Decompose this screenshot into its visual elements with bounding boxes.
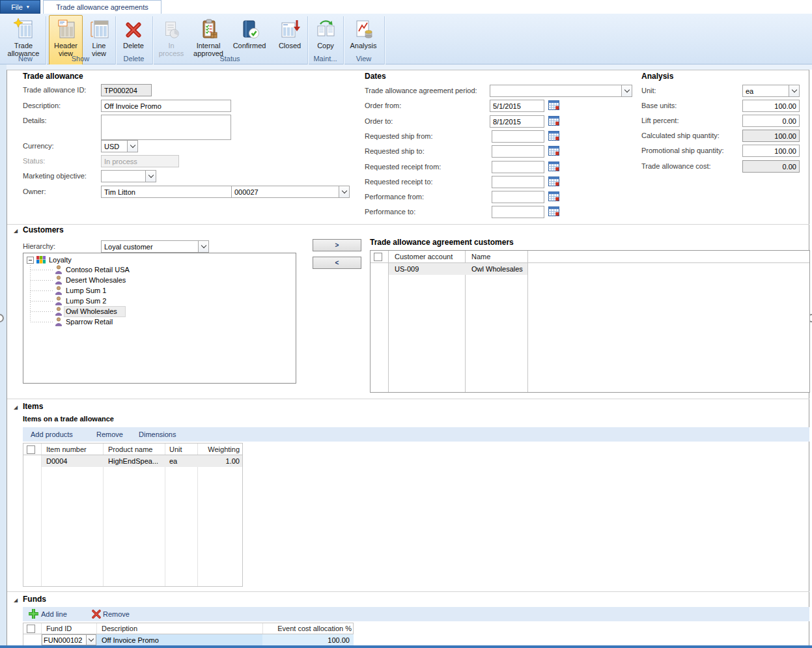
tab-label: Trade allowance agreements	[56, 3, 148, 11]
tree-item-lump-sum-2[interactable]: Lump Sum 2	[66, 297, 106, 305]
item-number-cell[interactable]: D0004	[46, 457, 67, 465]
move-right-arrow: >	[335, 242, 339, 249]
select-all-funds-checkbox[interactable]	[27, 625, 35, 633]
description-field[interactable]	[101, 100, 231, 112]
calendar-icon[interactable]	[548, 131, 559, 141]
fund-allocation-cell[interactable]: 100.00	[262, 636, 350, 644]
event-cost-allocation-column-header[interactable]: Event cost allocation %	[262, 625, 352, 632]
requested-ship-to-field[interactable]	[492, 145, 544, 158]
tab-trade-allowance-agreements[interactable]: Trade allowance agreements	[43, 0, 161, 14]
customer-person-icon	[55, 286, 63, 295]
trade-allowance-id-field[interactable]	[101, 84, 152, 96]
description-column-header[interactable]: Description	[102, 625, 137, 632]
calculated-ship-quantity-field	[742, 130, 800, 142]
chevron-down-icon	[341, 188, 346, 193]
calendar-icon[interactable]	[548, 191, 559, 201]
trade-allowance-id-label: Trade allowance ID:	[23, 86, 86, 94]
item-number-column-header[interactable]: Item number	[46, 445, 87, 453]
performance-from-label: Performance from:	[365, 193, 424, 201]
tree-guide	[31, 290, 53, 291]
details-field[interactable]	[101, 115, 231, 140]
calendar-icon[interactable]	[548, 146, 559, 156]
requested-ship-from-label: Requested ship from:	[365, 132, 433, 140]
customers-collapse-icon[interactable]	[14, 226, 18, 234]
performance-from-field[interactable]	[492, 191, 544, 203]
customer-account-column-header[interactable]: Customer account	[395, 253, 453, 261]
items-collapse-icon[interactable]	[14, 402, 18, 410]
calendar-icon[interactable]	[548, 100, 559, 110]
select-all-customers-checkbox[interactable]	[374, 253, 382, 261]
dimensions-button[interactable]: Dimensions	[139, 430, 176, 438]
owner-label: Owner:	[23, 188, 46, 195]
owner-name-field[interactable]	[101, 186, 232, 198]
add-products-button[interactable]: Add products	[31, 430, 73, 438]
customer-name-cell[interactable]: Owl Wholesales	[471, 265, 523, 273]
trade-allowance-cost-label: Trade allowance cost:	[641, 162, 711, 170]
lift-percent-field[interactable]	[742, 115, 800, 127]
order-to-label: Order to:	[365, 117, 393, 125]
tree-collapse-box[interactable]	[27, 257, 34, 264]
order-from-field[interactable]	[490, 100, 544, 112]
owner-dropdown-button[interactable]	[339, 186, 350, 198]
currency-field[interactable]	[101, 140, 128, 152]
tree-guide	[31, 270, 53, 270]
remove-fund-button[interactable]: Remove	[103, 610, 130, 618]
unit-column-header[interactable]: Unit	[169, 445, 182, 453]
remove-items-button[interactable]: Remove	[96, 430, 123, 438]
requested-receipt-to-field[interactable]	[492, 176, 544, 188]
tree-item-lump-sum-1[interactable]: Lump Sum 1	[66, 287, 106, 294]
funds-toolbar	[23, 607, 809, 621]
promotional-ship-quantity-field[interactable]	[742, 145, 800, 157]
tree-item-sparrow-retail[interactable]: Sparrow Retail	[66, 318, 113, 326]
fund-id-column-header[interactable]: Fund ID	[46, 625, 72, 632]
customer-account-cell[interactable]: US-009	[395, 265, 419, 273]
chevron-down-icon	[201, 243, 206, 248]
tree-item-owl-wholesales[interactable]: Owl Wholesales	[66, 307, 117, 315]
weighting-column-header[interactable]: Weighting	[195, 445, 240, 453]
add-line-button[interactable]: Add line	[41, 610, 67, 618]
product-name-cell[interactable]: HighEndSpea...	[108, 457, 158, 465]
marketing-objective-field[interactable]	[101, 170, 146, 182]
analysis-heading: Analysis	[641, 72, 673, 81]
unit-dropdown-button[interactable]	[789, 85, 800, 97]
fund-description-cell[interactable]: Off Invoice Promo	[102, 636, 159, 644]
select-all-items-checkbox[interactable]	[27, 445, 35, 454]
hierarchy-field[interactable]	[101, 240, 199, 253]
unit-cell[interactable]: ea	[169, 457, 177, 465]
window-frame-left	[0, 64, 7, 645]
hierarchy-dropdown-button[interactable]	[198, 240, 209, 253]
move-left-button[interactable]: <	[313, 257, 361, 269]
file-menu-button[interactable]: File ▾	[0, 0, 40, 14]
unit-field[interactable]	[742, 85, 789, 97]
name-column-header[interactable]: Name	[471, 253, 490, 261]
fund-id-dropdown-button[interactable]	[86, 634, 96, 645]
agreement-period-dropdown-button[interactable]	[621, 85, 632, 97]
move-right-button[interactable]: >	[313, 239, 361, 251]
calendar-icon[interactable]	[548, 162, 559, 171]
base-units-field[interactable]	[742, 100, 800, 112]
order-to-field[interactable]	[490, 115, 544, 128]
tree-item-contoso-retail-usa[interactable]: Contoso Retail USA	[66, 266, 130, 274]
agreement-period-field[interactable]	[490, 85, 622, 97]
chevron-down-icon	[148, 173, 153, 178]
fund-id-combo-field[interactable]	[42, 634, 87, 645]
calendar-icon[interactable]	[548, 116, 559, 126]
tree-item-desert-wholesales[interactable]: Desert Wholesales	[66, 276, 126, 284]
currency-dropdown-button[interactable]	[127, 140, 138, 152]
requested-receipt-from-field[interactable]	[492, 161, 544, 173]
calendar-icon[interactable]	[548, 176, 559, 186]
calendar-icon[interactable]	[548, 206, 559, 216]
tree-guide	[31, 311, 53, 312]
product-name-column-header[interactable]: Product name	[108, 445, 152, 453]
in-process-icon	[161, 16, 181, 40]
unit-label: Unit:	[641, 87, 656, 94]
weighting-cell[interactable]: 1.00	[195, 457, 240, 465]
tree-root-loyalty[interactable]: Loyalty	[49, 256, 72, 264]
customer-person-icon	[55, 275, 63, 285]
items-heading: Items	[23, 402, 43, 411]
requested-ship-from-field[interactable]	[492, 130, 544, 143]
owner-code-field[interactable]	[231, 186, 339, 198]
funds-collapse-icon[interactable]	[14, 595, 18, 603]
marketing-objective-dropdown-button[interactable]	[145, 170, 156, 182]
performance-to-field[interactable]	[492, 206, 544, 218]
